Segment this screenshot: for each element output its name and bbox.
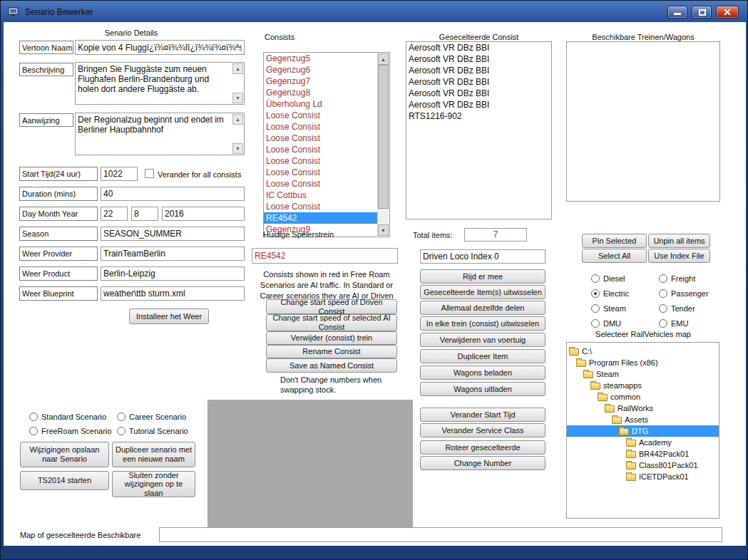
save-changes-button[interactable]: Wijzigingen opslaan naar Senario — [20, 442, 109, 467]
aanwijzing-scrollbar[interactable]: ▲ ▼ — [232, 114, 243, 154]
drive-it-button[interactable]: Rijd er mee — [420, 269, 545, 284]
consist-row[interactable]: Überholung Ld — [264, 98, 377, 110]
scenario-type-radio[interactable]: Tutorial Scenario — [117, 424, 210, 438]
scroll-up-icon[interactable]: ▲ — [232, 63, 243, 74]
scroll-up-icon[interactable]: ▲ — [232, 114, 243, 125]
verander-all-checkbox[interactable] — [145, 169, 154, 178]
consist-row[interactable]: Loose Consist — [264, 133, 377, 144]
change-ai-speed-button[interactable]: Change start speed of selected AI Consis… — [266, 314, 397, 331]
vehicle-filter-radio[interactable]: Tender — [659, 301, 716, 316]
vehicle-filter-radio[interactable]: EMU — [659, 316, 716, 331]
unpin-all-button[interactable]: Unpin all items — [648, 234, 710, 248]
consist-row[interactable]: Loose Consist — [264, 144, 377, 155]
change-driven-speed-button[interactable]: Change start speed of Driven Consist — [266, 299, 397, 314]
unload-wagons-button[interactable]: Wagons uitladen — [420, 382, 545, 396]
scroll-down-icon[interactable]: ▼ — [378, 224, 389, 236]
change-service-class-button[interactable]: Verander Service Class — [420, 423, 545, 437]
consist-row[interactable]: Gegenzug8 — [264, 87, 377, 98]
selected-consist-row[interactable]: Aerosoft VR DBz BBI — [406, 76, 551, 88]
tree-item[interactable]: Class801Pack01 — [567, 460, 719, 471]
duration-input[interactable] — [101, 187, 245, 201]
selected-consist-row[interactable]: Aerosoft VR DBz BBI — [406, 42, 551, 53]
consist-row[interactable]: IC Cottbus — [264, 190, 377, 201]
consists-scrollbar[interactable]: ▲ ▼ — [377, 53, 389, 236]
consist-row[interactable]: Loose Consist — [264, 201, 377, 212]
scrollbar-thumb[interactable] — [378, 65, 389, 209]
current-player-train-input[interactable] — [252, 248, 398, 264]
install-weather-button[interactable]: Installeer het Weer — [129, 308, 209, 324]
duplicate-item-button[interactable]: Dupliceer Item — [420, 349, 545, 363]
consist-row[interactable]: Loose Consist — [264, 121, 377, 133]
consist-row[interactable]: Loose Consist — [264, 155, 377, 167]
select-all-button[interactable]: Select All — [582, 249, 647, 263]
aanwijzing-textarea[interactable]: Der Regionalzug beginnt und endet im Ber… — [76, 113, 232, 155]
selected-consist-row[interactable]: RTS1216-902 — [406, 110, 551, 122]
tree-item[interactable]: ICETDPack01 — [567, 471, 719, 482]
tree-item[interactable]: Program Files (x86) — [567, 357, 719, 368]
scroll-up-icon[interactable]: ▲ — [378, 53, 389, 65]
consist-row[interactable]: Gegenzug6 — [264, 64, 377, 76]
tree-item[interactable]: BR442Pack01 — [567, 448, 719, 460]
scroll-down-icon[interactable]: ▼ — [232, 93, 243, 103]
tree-item[interactable]: steamapps — [567, 380, 719, 391]
consist-row[interactable]: RE4542 — [264, 212, 377, 224]
weer-product-input[interactable] — [101, 266, 245, 281]
save-named-consist-button[interactable]: Save as Named Consist — [266, 358, 397, 373]
pin-selected-button[interactable]: Pin Selected — [582, 234, 647, 248]
selected-consist-list[interactable]: Aerosoft VR DBz BBI Aerosoft VR DBz BBI … — [406, 41, 552, 219]
scenario-type-radio[interactable]: Career Scenario — [117, 410, 210, 424]
maximize-button[interactable] — [692, 6, 712, 19]
rename-consist-button[interactable]: Rename Consist — [266, 345, 397, 358]
scenario-type-radio[interactable]: Standard Scenario — [29, 410, 117, 424]
tree-item[interactable]: Assets — [567, 414, 719, 425]
vehicle-filter-radio[interactable]: Steam — [591, 301, 659, 316]
consist-row[interactable]: Loose Consist — [264, 178, 377, 190]
tree-item[interactable]: Steam — [567, 368, 719, 380]
vehicle-filter-radio[interactable]: Passenger — [659, 286, 716, 301]
day-input[interactable] — [101, 207, 128, 221]
consist-row[interactable]: Loose Consist — [264, 110, 377, 121]
selected-consist-row[interactable]: Aerosoft VR DBz BBI — [406, 99, 551, 110]
tree-item[interactable]: Academy — [567, 437, 719, 448]
railvehicles-tree[interactable]: C:\ Program Files (x86) Steam steamapps — [566, 342, 719, 519]
vehicle-filter-radio[interactable]: Electric — [591, 286, 659, 301]
vehicle-filter-radio[interactable]: DMU — [591, 316, 659, 331]
scenario-type-radio[interactable]: FreeRoam Scenario — [29, 424, 117, 438]
selected-consist-row[interactable]: Aerosoft VR DBz BBI — [406, 53, 551, 65]
tree-item[interactable]: common — [567, 391, 719, 403]
selected-consist-row[interactable]: Aerosoft VR DBz BBI — [406, 88, 551, 99]
start-tijd-input[interactable] — [101, 167, 138, 181]
all-same-parts-button[interactable]: Allemaal dezelfde delen — [420, 301, 545, 315]
start-ts2014-button[interactable]: TS2014 starten — [20, 471, 109, 490]
consist-row[interactable]: Gegenzug5 — [264, 53, 377, 64]
tree-item[interactable]: C:\ — [567, 346, 719, 357]
weer-blueprint-input[interactable] — [101, 286, 245, 301]
swap-selected-items-button[interactable]: Gesecelteerde Item(s) uitwisselen — [420, 285, 545, 299]
delete-consist-button[interactable]: Verwijder (consist) trein — [266, 331, 397, 345]
vertoon-naam-input[interactable] — [75, 40, 245, 55]
tree-item[interactable]: RailWorks — [567, 403, 719, 414]
vehicle-filter-radio[interactable]: Diesel — [591, 271, 659, 286]
month-input[interactable] — [131, 207, 158, 221]
available-list[interactable] — [566, 41, 720, 202]
use-index-file-button[interactable]: Use Index File — [648, 249, 710, 263]
rotate-selected-button[interactable]: Roteer gesecelteerde — [420, 440, 545, 455]
swap-in-every-consist-button[interactable]: In elke trein (consist) uitwisselen — [420, 316, 545, 331]
consist-row[interactable]: Gegenzug7 — [264, 76, 377, 87]
duplicate-scenario-button[interactable]: Dupliceer senario met een nieuwe naam — [112, 442, 195, 467]
weer-provider-input[interactable] — [101, 247, 245, 261]
change-start-time-button[interactable]: Verander Start Tijd — [420, 408, 545, 422]
bottom-path-input[interactable] — [159, 527, 722, 542]
season-input[interactable] — [101, 227, 245, 241]
selected-consist-row[interactable]: Aerosoft VR DBz BBI — [406, 65, 551, 76]
load-wagons-button[interactable]: Wagons beladen — [420, 365, 545, 380]
minimize-button[interactable] — [667, 6, 687, 19]
beschrijving-textarea[interactable]: Bringen Sie Fluggäste zum neuen Flughafe… — [76, 63, 232, 104]
change-number-button[interactable]: Change Number — [420, 456, 545, 470]
remove-vehicle-button[interactable]: Verwijderen van voertuig — [420, 333, 545, 347]
close-without-saving-button[interactable]: Sluiten zonder wijzigingen op te slaan — [112, 471, 195, 497]
consist-row[interactable]: Loose Consist — [264, 167, 377, 178]
close-button[interactable] — [716, 6, 739, 19]
year-input[interactable] — [162, 207, 245, 221]
driven-loco-index-input[interactable] — [420, 249, 545, 264]
